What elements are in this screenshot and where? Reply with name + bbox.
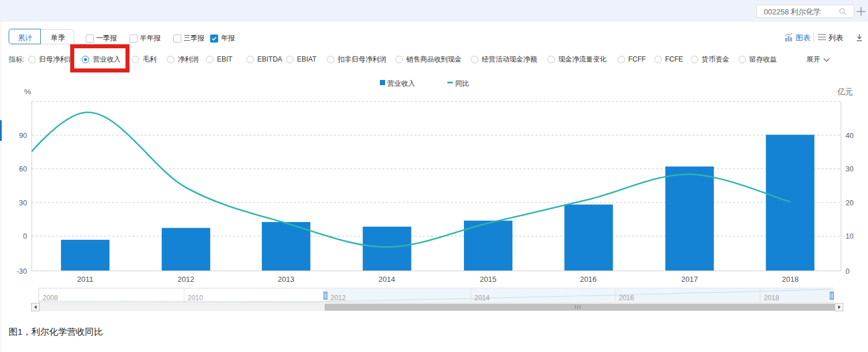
svg-text:2012: 2012 <box>330 294 346 302</box>
svg-text:90: 90 <box>19 132 27 140</box>
svg-text:2017: 2017 <box>682 275 698 284</box>
svg-text:60: 60 <box>19 165 27 173</box>
svg-text:40: 40 <box>846 132 854 140</box>
svg-text:-30: -30 <box>17 267 27 276</box>
svg-text:30: 30 <box>19 199 27 207</box>
svg-text:2010: 2010 <box>188 294 203 302</box>
svg-text:2016: 2016 <box>619 294 634 302</box>
svg-text:%: % <box>24 87 31 96</box>
svg-text:2015: 2015 <box>480 275 497 284</box>
svg-text:2012: 2012 <box>178 275 195 284</box>
svg-text:2014: 2014 <box>379 275 395 284</box>
svg-text:2008: 2008 <box>43 294 58 302</box>
svg-text:2016: 2016 <box>580 275 597 284</box>
svg-text:2011: 2011 <box>77 275 93 284</box>
svg-text:0: 0 <box>23 232 27 240</box>
svg-text:2018: 2018 <box>764 294 779 302</box>
svg-text:30: 30 <box>846 165 854 173</box>
svg-text:2014: 2014 <box>474 294 490 302</box>
svg-text:0: 0 <box>846 267 850 276</box>
svg-text:亿元: 亿元 <box>837 87 853 96</box>
svg-text:10: 10 <box>846 232 854 240</box>
svg-text:20: 20 <box>846 199 854 207</box>
svg-text:2013: 2013 <box>278 275 295 284</box>
svg-text:2018: 2018 <box>782 275 799 284</box>
